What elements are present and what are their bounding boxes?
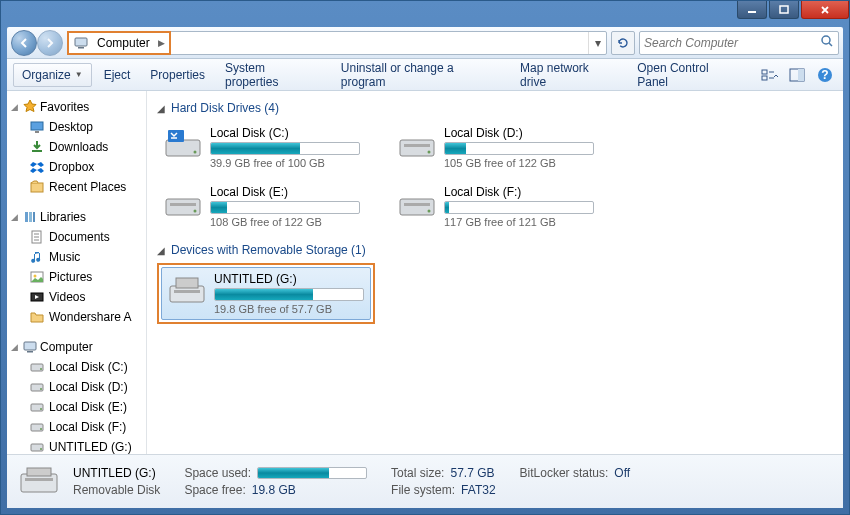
content-area: ◢Hard Disk Drives (4) Local Disk (C:) 39… — [147, 91, 843, 454]
sidebar-item[interactable]: Local Disk (E:) — [9, 397, 144, 417]
space-used-label: Space used: — [184, 466, 251, 480]
sidebar-item[interactable]: Music — [9, 247, 144, 267]
properties-button[interactable]: Properties — [142, 64, 213, 86]
sidebar-item[interactable]: Local Disk (C:) — [9, 357, 144, 377]
svg-rect-6 — [762, 76, 767, 80]
drive-name: Local Disk (C:) — [210, 126, 362, 140]
svg-point-27 — [40, 388, 42, 390]
svg-rect-3 — [78, 47, 84, 49]
sidebar-item[interactable]: UNTITLED (G:) — [9, 437, 144, 454]
minimize-button[interactable] — [737, 1, 767, 19]
svg-rect-8 — [798, 69, 804, 81]
sidebar-item-label: Local Disk (E:) — [49, 400, 127, 414]
sidebar-item-label: Local Disk (C:) — [49, 360, 128, 374]
eject-button[interactable]: Eject — [96, 64, 139, 86]
maximize-button[interactable] — [769, 1, 799, 19]
star-icon — [22, 99, 38, 115]
preview-pane-button[interactable] — [785, 64, 809, 86]
sidebar-item-label: Pictures — [49, 270, 92, 284]
sidebar-item[interactable]: Downloads — [9, 137, 144, 157]
capacity-bar — [214, 288, 364, 301]
sidebar-item[interactable]: Local Disk (D:) — [9, 377, 144, 397]
view-options-button[interactable] — [758, 64, 782, 86]
search-input[interactable] — [644, 36, 820, 50]
drive-name: Local Disk (F:) — [444, 185, 596, 199]
svg-point-33 — [40, 448, 42, 450]
sidebar-item-label: Local Disk (F:) — [49, 420, 126, 434]
bitlocker-value: Off — [614, 466, 630, 480]
hdd-icon — [29, 419, 45, 435]
sidebar-item[interactable]: Wondershare A — [9, 307, 144, 327]
disclosure-triangle-icon[interactable]: ◢ — [157, 245, 165, 256]
disclosure-triangle-icon[interactable]: ◢ — [157, 103, 165, 114]
control-panel-button[interactable]: Open Control Panel — [629, 57, 749, 93]
sidebar-item[interactable]: Documents — [9, 227, 144, 247]
svg-rect-43 — [400, 199, 434, 215]
svg-point-38 — [428, 151, 431, 154]
nav-bar: Computer ▶ ▾ — [7, 27, 843, 59]
svg-rect-2 — [75, 38, 87, 46]
drive-item[interactable]: Local Disk (C:) 39.9 GB free of 100 GB — [157, 121, 367, 174]
back-button[interactable] — [11, 30, 37, 56]
sidebar-group-computer[interactable]: ◢Computer — [9, 337, 144, 357]
close-button[interactable] — [801, 1, 849, 19]
hdd-icon — [29, 439, 45, 454]
sidebar-item-label: Documents — [49, 230, 110, 244]
sidebar-item[interactable]: Pictures — [9, 267, 144, 287]
hdd-icon — [29, 379, 45, 395]
highlight-box: UNTITLED (G:) 19.8 GB free of 57.7 GB — [157, 263, 375, 324]
svg-rect-0 — [748, 11, 756, 13]
help-button[interactable]: ? — [813, 64, 837, 86]
recent-icon — [29, 179, 45, 195]
download-icon — [29, 139, 45, 155]
details-type: Removable Disk — [73, 483, 160, 497]
sidebar-item-label: Videos — [49, 290, 85, 304]
hdd-icon — [29, 359, 45, 375]
video-icon — [29, 289, 45, 305]
sidebar-group-label: Libraries — [40, 210, 86, 224]
uninstall-button[interactable]: Uninstall or change a program — [333, 57, 508, 93]
sidebar-group-favorites[interactable]: ◢Favorites — [9, 97, 144, 117]
sidebar-item-label: Recent Places — [49, 180, 126, 194]
svg-rect-22 — [24, 342, 36, 350]
organize-menu[interactable]: Organize ▼ — [13, 63, 92, 87]
svg-point-29 — [40, 408, 42, 410]
drive-item[interactable]: Local Disk (F:) 117 GB free of 121 GB — [391, 180, 601, 233]
search-icon — [820, 34, 834, 51]
svg-rect-15 — [25, 212, 28, 222]
svg-rect-40 — [166, 199, 200, 215]
svg-rect-48 — [176, 278, 198, 288]
sidebar-item[interactable]: Recent Places — [9, 177, 144, 197]
address-bar[interactable]: Computer ▶ ▾ — [67, 31, 607, 55]
hdd-win-icon — [162, 126, 204, 164]
drive-item[interactable]: UNTITLED (G:) 19.8 GB free of 57.7 GB — [161, 267, 371, 320]
system-properties-button[interactable]: System properties — [217, 57, 329, 93]
sidebar-item[interactable]: Videos — [9, 287, 144, 307]
sidebar-item[interactable]: Local Disk (F:) — [9, 417, 144, 437]
refresh-button[interactable] — [611, 31, 635, 55]
svg-rect-12 — [35, 131, 39, 133]
breadcrumb-item[interactable]: Computer — [93, 34, 154, 52]
svg-rect-5 — [762, 70, 767, 74]
sidebar-item[interactable]: Dropbox — [9, 157, 144, 177]
sidebar-item-label: Music — [49, 250, 80, 264]
map-drive-button[interactable]: Map network drive — [512, 57, 625, 93]
command-bar: Organize ▼ Eject Properties System prope… — [7, 59, 843, 91]
sidebar-group-libraries[interactable]: ◢Libraries — [9, 207, 144, 227]
svg-point-35 — [194, 151, 197, 154]
forward-button[interactable] — [37, 30, 63, 56]
titlebar — [1, 1, 849, 27]
search-box[interactable] — [639, 31, 839, 55]
total-size-label: Total size: — [391, 466, 444, 480]
sidebar-item[interactable]: Desktop — [9, 117, 144, 137]
drive-item[interactable]: Local Disk (E:) 108 GB free of 122 GB — [157, 180, 367, 233]
removable-icon — [166, 272, 208, 310]
chevron-right-icon[interactable]: ▶ — [158, 38, 165, 48]
svg-point-31 — [40, 428, 42, 430]
drive-item[interactable]: Local Disk (D:) 105 GB free of 122 GB — [391, 121, 601, 174]
sidebar-group-label: Computer — [40, 340, 93, 354]
sidebar-group-label: Favorites — [40, 100, 89, 114]
dropbox-icon — [29, 159, 45, 175]
sidebar-item-label: Wondershare A — [49, 310, 132, 324]
address-dropdown[interactable]: ▾ — [588, 32, 606, 54]
